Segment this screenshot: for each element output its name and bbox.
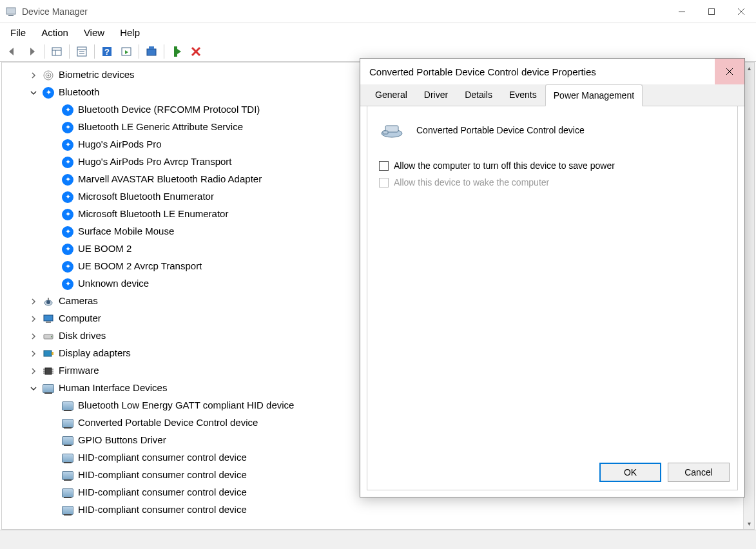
svg-rect-1 xyxy=(8,15,14,16)
tree-label: Unknown device xyxy=(78,276,149,291)
bluetooth-icon xyxy=(61,226,74,238)
tree-label: Human Interface Devices xyxy=(59,381,167,396)
scroll-up-icon[interactable]: ▴ xyxy=(744,63,754,73)
tree-label: Disk drives xyxy=(59,329,106,343)
tab-details[interactable]: Details xyxy=(456,84,501,106)
tree-label: Marvell AVASTAR Bluetooth Radio Adapter xyxy=(78,172,262,187)
chevron-right-icon[interactable] xyxy=(29,332,38,341)
window-titlebar: Device Manager xyxy=(0,0,756,23)
tree-label: Converted Portable Device Control device xyxy=(78,416,258,430)
bluetooth-icon xyxy=(61,104,74,117)
tab-driver[interactable]: Driver xyxy=(416,84,456,106)
svg-rect-34 xyxy=(52,352,53,355)
device-name: Converted Portable Device Control device xyxy=(416,125,585,135)
menu-bar: File Action View Help xyxy=(0,23,756,41)
minimize-button[interactable] xyxy=(667,0,697,23)
dialog-close-button[interactable] xyxy=(715,59,744,84)
chevron-right-icon[interactable] xyxy=(29,71,38,80)
bluetooth-icon xyxy=(42,86,55,99)
action-button[interactable] xyxy=(117,43,135,61)
chevron-down-icon[interactable] xyxy=(29,88,38,97)
tab-events[interactable]: Events xyxy=(501,84,545,106)
menu-help[interactable]: Help xyxy=(112,24,148,41)
chevron-right-icon[interactable] xyxy=(29,349,38,358)
app-icon xyxy=(5,6,17,17)
window-title: Device Manager xyxy=(22,6,667,17)
chevron-right-icon[interactable] xyxy=(29,297,38,306)
dialog-button-row: OK Cancel xyxy=(599,463,730,482)
tree-label: Hugo's AirPods Pro xyxy=(78,137,162,152)
tree-label: Bluetooth xyxy=(59,85,99,100)
svg-rect-35 xyxy=(45,368,52,374)
cancel-button[interactable]: Cancel xyxy=(668,463,730,482)
properties-button[interactable] xyxy=(73,43,91,61)
tree-label: Display adapters xyxy=(59,346,131,361)
checkbox-row-turnoff[interactable]: Allow the computer to turn off this devi… xyxy=(379,160,726,171)
menu-action[interactable]: Action xyxy=(34,24,76,41)
computer-icon xyxy=(42,313,55,325)
device-icon xyxy=(379,120,405,140)
tree-node-hid-child[interactable]: HID-compliant consumer control device xyxy=(15,501,754,519)
maximize-button[interactable] xyxy=(697,0,726,23)
back-button[interactable] xyxy=(3,43,21,61)
disable-device-button[interactable] xyxy=(187,43,205,61)
hid-icon xyxy=(61,486,74,499)
bluetooth-icon xyxy=(61,139,74,151)
display-adapter-icon xyxy=(42,347,55,360)
tree-label: HID-compliant consumer control device xyxy=(78,450,247,465)
forward-button[interactable] xyxy=(23,43,41,61)
toolbar-separator xyxy=(69,44,70,59)
tree-label: Surface Mobile Mouse xyxy=(78,224,174,239)
tree-label: UE BOOM 2 xyxy=(78,242,131,256)
tree-label: UE BOOM 2 Avrcp Transport xyxy=(78,259,202,274)
chevron-down-icon[interactable] xyxy=(29,384,38,393)
tree-label: Cameras xyxy=(59,294,98,309)
svg-rect-0 xyxy=(6,8,15,14)
checkbox-turnoff[interactable] xyxy=(379,161,389,171)
svg-text:?: ? xyxy=(104,47,110,57)
toolbar-separator xyxy=(94,44,95,59)
tab-power-management[interactable]: Power Management xyxy=(545,84,643,106)
scan-hardware-button[interactable] xyxy=(142,43,160,61)
camera-icon xyxy=(42,295,55,308)
tree-label: HID-compliant consumer control device xyxy=(78,503,247,517)
bluetooth-icon xyxy=(61,260,74,273)
show-hide-tree-button[interactable] xyxy=(48,43,66,61)
tree-label: Biometric devices xyxy=(59,68,135,82)
close-button[interactable] xyxy=(726,0,756,23)
toolbar-separator xyxy=(139,44,139,59)
disk-icon xyxy=(42,330,55,343)
help-button[interactable]: ? xyxy=(98,43,116,61)
scroll-down-icon[interactable]: ▾ xyxy=(744,518,754,529)
svg-rect-17 xyxy=(147,49,156,55)
tree-label: HID-compliant consumer control device xyxy=(78,468,247,483)
svg-point-32 xyxy=(51,336,52,337)
enable-device-button[interactable] xyxy=(168,43,186,61)
tree-label: Computer xyxy=(59,311,101,326)
svg-marker-20 xyxy=(177,49,181,54)
tree-label: Bluetooth Device (RFCOMM Protocol TDI) xyxy=(78,102,260,117)
status-bar xyxy=(0,530,756,549)
menu-file[interactable]: File xyxy=(3,24,34,41)
tree-label: Microsoft Bluetooth LE Enumerator xyxy=(78,207,228,222)
svg-rect-46 xyxy=(383,131,388,134)
tree-label: Microsoft Bluetooth Enumerator xyxy=(78,189,214,204)
checkbox-wake xyxy=(379,178,389,188)
biometric-icon xyxy=(42,69,55,82)
bluetooth-icon xyxy=(61,243,74,256)
svg-rect-19 xyxy=(174,46,177,57)
chevron-right-icon[interactable] xyxy=(29,314,38,323)
tab-general[interactable]: General xyxy=(367,84,416,106)
hid-icon xyxy=(42,382,55,395)
tree-label: GPIO Buttons Driver xyxy=(78,433,166,448)
ok-button[interactable]: OK xyxy=(599,463,661,482)
dialog-titlebar: Converted Portable Device Control device… xyxy=(360,59,744,84)
svg-rect-3 xyxy=(709,8,715,14)
menu-view[interactable]: View xyxy=(76,24,112,41)
tree-label: Bluetooth LE Generic Attribute Service xyxy=(78,120,243,135)
chevron-right-icon[interactable] xyxy=(29,367,38,376)
bluetooth-icon xyxy=(61,156,74,169)
dialog-title: Converted Portable Device Control device… xyxy=(369,66,715,77)
hid-icon xyxy=(61,400,74,412)
svg-marker-16 xyxy=(125,50,128,54)
